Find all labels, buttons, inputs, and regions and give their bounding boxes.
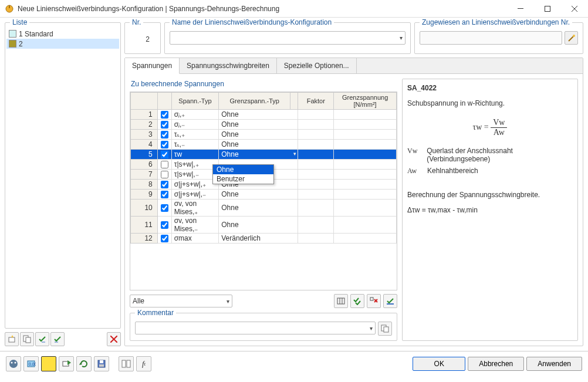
check-selection-button[interactable]: [383, 294, 397, 308]
ok-button[interactable]: OK: [413, 357, 465, 371]
delete-button[interactable]: [107, 332, 121, 346]
list-item[interactable]: 2: [6, 39, 119, 49]
cell-faktor: [298, 110, 334, 120]
color-button[interactable]: [41, 356, 56, 371]
svg-point-27: [15, 362, 16, 364]
cell-grenzspannung: [334, 140, 397, 150]
row-checkbox[interactable]: [161, 161, 168, 168]
filter-combo[interactable]: Alle▾: [130, 295, 232, 307]
color-swatch: [9, 40, 16, 48]
list-item-label: 1 Standard: [19, 30, 53, 38]
cell-faktor: [298, 234, 334, 244]
info-code: SA_4022: [407, 84, 573, 92]
table-row[interactable]: 12σmaxVeränderlich: [131, 234, 397, 244]
title-bar: Neue Linienschweißverbindungs-Konfigurat…: [0, 0, 588, 18]
apply-button[interactable]: Anwenden: [526, 357, 582, 371]
minimize-button[interactable]: [507, 0, 534, 18]
refresh-button[interactable]: [76, 356, 92, 371]
table-row[interactable]: 9σ|j+s+w|,₋Ohne: [131, 190, 397, 200]
row-number: 4: [131, 140, 158, 150]
dropdown-option[interactable]: Ohne: [213, 165, 273, 174]
cell-grenztype[interactable]: Ohne: [219, 200, 298, 217]
row-number: 7: [131, 170, 158, 180]
cell-spanntype: τw: [171, 150, 219, 160]
info-desc: Schubspannung in w-Richtung.: [407, 98, 573, 109]
cell-spanntype: σv, von Mises,₋: [171, 217, 219, 234]
cell-grenztype[interactable]: Ohne: [219, 190, 298, 200]
tab[interactable]: Spannungen: [125, 58, 180, 74]
copy-button[interactable]: [20, 332, 34, 346]
cell-spanntype: τ|s+w|,₋: [171, 170, 219, 180]
select-columns-button[interactable]: [334, 294, 348, 308]
info-variable: VwQuerlast der Anschlussnaht (Verbindung…: [407, 147, 573, 163]
comment-copy-button[interactable]: [378, 322, 392, 336]
config-list[interactable]: 1 Standard2: [5, 23, 120, 326]
save-button[interactable]: [94, 356, 109, 371]
table-row[interactable]: 1σⱼ,₊Ohne: [131, 110, 397, 120]
col-spanntype: Spann.-Typ: [171, 93, 219, 110]
row-checkbox[interactable]: [161, 204, 168, 212]
check-out-button[interactable]: [50, 332, 65, 346]
row-number: 6: [131, 160, 158, 170]
units-button[interactable]: 0,00: [23, 356, 39, 371]
new-button[interactable]: [5, 332, 19, 346]
name-combo[interactable]: ▾: [170, 31, 405, 45]
comment-label: Kommentar: [135, 309, 176, 317]
list-item[interactable]: 1 Standard: [6, 29, 119, 39]
tab[interactable]: Spezielle Optionen...: [277, 58, 357, 73]
table-row[interactable]: 3τₛ,₊Ohne: [131, 130, 397, 140]
export-button[interactable]: [59, 356, 74, 371]
svg-rect-37: [127, 360, 130, 367]
row-checkbox[interactable]: [161, 121, 168, 129]
table-row[interactable]: 10σv, von Mises,₊Ohne: [131, 200, 397, 217]
table-row[interactable]: 4τₛ,₋Ohne: [131, 140, 397, 150]
nr-label: Nr.: [130, 18, 143, 26]
uncheck-all-button[interactable]: [367, 294, 381, 308]
table-row[interactable]: 11σv, von Mises,₋Ohne: [131, 217, 397, 234]
check-all-button[interactable]: [350, 294, 364, 308]
tab[interactable]: Spannungsschwingbreiten: [180, 58, 277, 73]
row-checkbox[interactable]: [161, 111, 168, 119]
list-item-label: 2: [19, 40, 23, 48]
help-button[interactable]: [6, 356, 21, 371]
assign-pick-button[interactable]: [565, 31, 578, 45]
row-checkbox[interactable]: [161, 131, 168, 138]
comment-combo[interactable]: ▾: [135, 322, 376, 334]
cell-grenztype[interactable]: Ohne▾: [219, 150, 298, 160]
close-button[interactable]: [561, 0, 588, 18]
table-row[interactable]: 5τwOhne▾: [131, 150, 397, 160]
svg-text:0,00: 0,00: [29, 362, 36, 366]
svg-rect-19: [370, 298, 373, 300]
cell-grenztype[interactable]: Ohne: [219, 217, 298, 234]
row-checkbox[interactable]: [161, 151, 168, 158]
row-checkbox[interactable]: [161, 235, 168, 242]
function-button[interactable]: ft: [136, 356, 151, 371]
check-in-button[interactable]: [35, 332, 49, 346]
row-number: 2: [131, 120, 158, 130]
cell-faktor: [298, 190, 334, 200]
dropdown-option[interactable]: Benutzer: [213, 174, 273, 184]
cell-grenzspannung: [334, 234, 397, 244]
maximize-button[interactable]: [534, 0, 561, 18]
cell-grenztype[interactable]: Ohne: [219, 130, 298, 140]
cell-grenzspannung: [334, 217, 397, 234]
cell-grenztype[interactable]: Ohne: [219, 120, 298, 130]
cell-grenztype[interactable]: Veränderlich: [219, 234, 298, 244]
row-checkbox[interactable]: [161, 181, 168, 188]
assign-input[interactable]: [420, 31, 562, 45]
cell-grenztype[interactable]: Ohne: [219, 110, 298, 120]
svg-marker-31: [67, 360, 71, 365]
cancel-button[interactable]: Abbrechen: [468, 357, 524, 371]
row-number: 1: [131, 110, 158, 120]
row-checkbox[interactable]: [161, 141, 168, 148]
cell-grenzspannung: [334, 150, 397, 160]
svg-rect-35: [99, 364, 104, 367]
row-checkbox[interactable]: [161, 191, 168, 198]
row-checkbox[interactable]: [161, 171, 168, 178]
cell-spanntype: σmax: [171, 234, 219, 244]
row-checkbox[interactable]: [161, 221, 168, 229]
list-header: Liste: [10, 18, 29, 26]
table-row[interactable]: 2σⱼ,₋Ohne: [131, 120, 397, 130]
cell-grenztype[interactable]: Ohne: [219, 140, 298, 150]
calculate-button[interactable]: [119, 356, 134, 371]
